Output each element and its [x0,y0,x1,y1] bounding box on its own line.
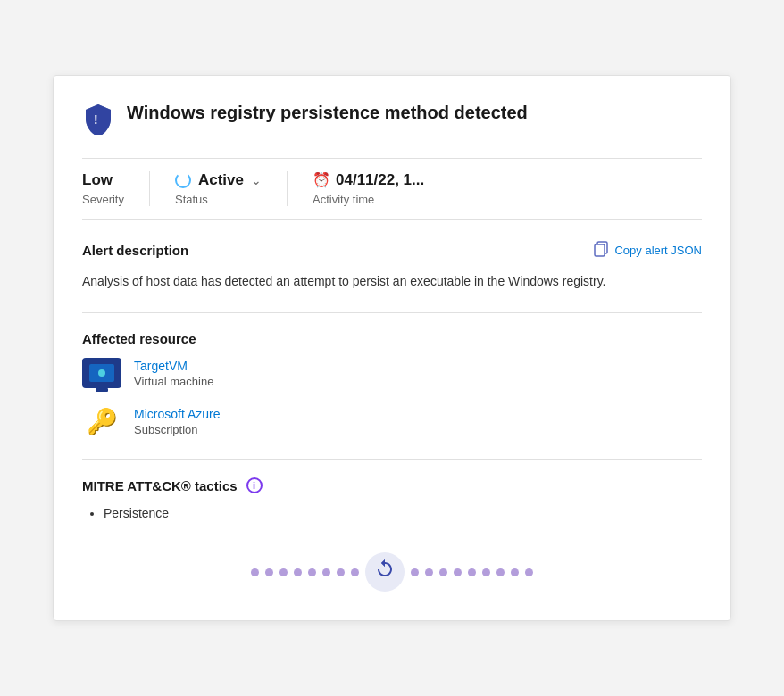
vm-dot [98,369,105,377]
pagination-dot-12 [454,568,462,576]
svg-rect-2 [595,244,605,256]
key-icon: 🔑 [87,407,118,436]
pagination-dot-8 [351,568,359,576]
mitre-title: MITRE ATT&CK® tactics [82,478,238,493]
key-icon-wrap: 🔑 [82,405,121,437]
alert-title: Windows registry persistence method dete… [127,101,528,125]
pagination-dot-10 [425,568,433,576]
meta-bar: Low Severity Active ⌄ Status ⏰ 04/11/22,… [82,158,702,220]
divider-1 [82,312,702,313]
tactic-list: Persistence [82,506,702,520]
copy-icon [593,241,609,261]
pagination-dot-11 [439,568,447,576]
azure-resource-type: Subscription [134,423,220,436]
vm-screen [89,364,114,382]
description-text: Analysis of host data has detected an at… [82,271,702,291]
status-row: Active ⌄ [175,171,262,189]
target-vm-link[interactable]: TargetVM [134,359,213,373]
affected-resource-section: Affected resource TargetVM Virtual machi… [82,331,702,437]
vm-icon-wrap [82,357,121,389]
pagination-dot-2 [265,568,273,576]
activity-value-row: ⏰ 04/11/22, 1... [313,171,424,189]
pagination-dot-3 [279,568,288,576]
refresh-icon [374,559,396,585]
affected-resource-header: Affected resource [82,331,702,346]
vm-icon [82,358,121,388]
alert-description-section: Alert description Copy alert JSON Analys… [82,241,702,291]
active-spinner-icon [175,172,191,188]
status-label: Status [175,193,262,206]
pagination-dot-9 [411,568,419,576]
resource-info-azure: Microsoft Azure Subscription [134,407,220,436]
pagination-dot-17 [525,568,533,576]
mitre-section: MITRE ATT&CK® tactics i Persistence [82,477,702,520]
svg-text:!: ! [94,112,98,127]
severity-label: Severity [82,193,124,206]
vm-stand [96,388,108,392]
resource-info-vm: TargetVM Virtual machine [134,359,213,388]
resource-item-vm: TargetVM Virtual machine [82,357,702,389]
activity-item: ⏰ 04/11/22, 1... Activity time [313,171,424,206]
description-header: Alert description Copy alert JSON [82,241,702,261]
divider-2 [82,459,702,460]
pagination-dot-center[interactable] [365,552,405,592]
copy-button-label: Copy alert JSON [614,244,702,257]
severity-value: Low [82,171,124,189]
affected-resource-title: Affected resource [82,331,196,346]
pagination-dot-4 [294,568,302,576]
main-card: ! Windows registry persistence method de… [53,75,731,621]
pagination-dot-16 [511,568,519,576]
copy-alert-json-button[interactable]: Copy alert JSON [593,241,702,261]
resource-item-azure: 🔑 Microsoft Azure Subscription [82,405,702,437]
activity-label: Activity time [313,193,424,206]
pagination-dot-15 [496,568,505,576]
tactic-item: Persistence [104,506,702,520]
shield-icon: ! [82,103,114,138]
pagination-dot-14 [482,568,490,576]
pagination-dot-7 [337,568,345,576]
status-value: Active [198,171,244,189]
severity-item: Low Severity [82,171,150,206]
pagination-dots [82,545,702,592]
pagination-dot-5 [308,568,316,576]
mitre-header: MITRE ATT&CK® tactics i [82,477,702,493]
chevron-down-icon[interactable]: ⌄ [251,173,262,187]
alert-header: ! Windows registry persistence method de… [82,101,702,138]
pagination-dot-1 [251,568,259,576]
info-icon[interactable]: i [246,477,263,493]
status-item: Active ⌄ Status [175,171,288,206]
description-title: Alert description [82,243,188,258]
clock-icon: ⏰ [313,171,330,188]
pagination-dot-13 [468,568,476,576]
pagination-dot-6 [322,568,330,576]
activity-value: 04/11/22, 1... [336,171,424,189]
microsoft-azure-link[interactable]: Microsoft Azure [134,407,220,421]
vm-resource-type: Virtual machine [134,375,213,388]
